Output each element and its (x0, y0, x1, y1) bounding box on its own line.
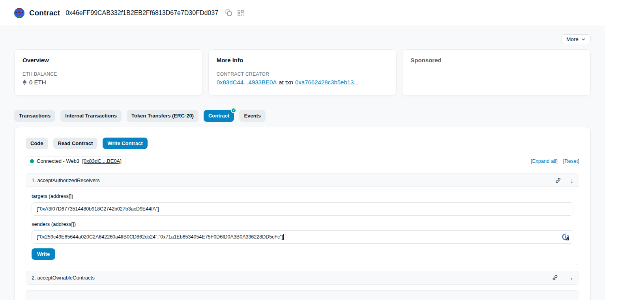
info-cards: Overview ETH BALANCE 0 ETH More Info CON… (14, 49, 591, 96)
tab-contract-label: Contract (208, 113, 229, 119)
connected-address-link[interactable]: [0x83dC....BE0A] (82, 158, 122, 164)
more-button-label: More (566, 36, 578, 42)
function-header[interactable]: 1. acceptAuthorizedReceivers ↓ (26, 174, 579, 187)
expand-all-link[interactable]: [Expand all] (531, 158, 558, 164)
wallet-status-pill: Connected - Web3 [0x83dC....BE0A] (26, 156, 126, 166)
function-name: 2. acceptOwnableContracts (32, 275, 95, 281)
tab-internal-transactions[interactable]: Internal Transactions (60, 110, 122, 122)
sponsored-card-title: Sponsored (410, 57, 582, 63)
password-manager-icon[interactable] (562, 233, 570, 242)
page: Contract 0x46eFF99CAB332f1B2EB2Ff6813D67… (0, 0, 605, 300)
eth-balance-value: 0 ETH (29, 79, 46, 86)
tab-contract[interactable]: Contract ✓ (204, 110, 234, 122)
function-name: 1. acceptAuthorizedReceivers (32, 177, 100, 183)
qr-code-button[interactable] (238, 10, 244, 16)
subtab-read-contract[interactable]: Read Contract (53, 138, 98, 149)
page-title: Contract (29, 9, 60, 17)
function-item-acceptAuthorizedReceivers: 1. acceptAuthorizedReceivers ↓ targets (… (26, 173, 579, 265)
creator-address-link[interactable]: 0x83dC44...4933BE0A (217, 79, 277, 86)
function-item-partial[interactable] (26, 290, 579, 300)
subtab-write-contract[interactable]: Write Contract (103, 138, 147, 149)
contract-subtabs: Code Read Contract Write Contract (26, 138, 579, 149)
function-body: targets (address[]) ["0xA3f07D6773514480… (26, 187, 579, 265)
tab-events[interactable]: Events (239, 110, 266, 122)
sponsored-card: Sponsored (402, 49, 591, 96)
connected-status-text: Connected - Web3 (37, 158, 79, 164)
contract-creator-label: CONTRACT CREATOR (217, 71, 389, 77)
function-item-acceptOwnableContracts: 2. acceptOwnableContracts → (26, 271, 579, 285)
function-header[interactable]: 2. acceptOwnableContracts → (26, 271, 579, 284)
permalink-icon[interactable] (552, 275, 558, 281)
expand-arrow-icon: → (567, 275, 573, 281)
reset-link[interactable]: [Reset] (563, 158, 579, 164)
contract-header: Contract 0x46eFF99CAB332f1B2EB2Ff6813D67… (0, 0, 605, 26)
more-info-card: More Info CONTRACT CREATOR 0x83dC44...49… (208, 49, 397, 96)
connect-row: Connected - Web3 [0x83dC....BE0A] [Expan… (26, 156, 579, 166)
copy-icon (225, 9, 232, 16)
toolbar-row: More (14, 26, 591, 49)
eth-icon (22, 79, 27, 86)
creator-connector-text: at txn (279, 79, 293, 86)
tab-token-transfers[interactable]: Token Transfers (ERC-20) (127, 110, 198, 122)
targets-input-value: ["0xA3f07D6773514480b918C2742b027b3acD9E… (37, 206, 159, 212)
write-button[interactable]: Write (32, 248, 55, 260)
senders-input-value: ["0x259c49E65644a020C2A642260a4ffB0CD862… (37, 234, 283, 240)
more-button[interactable]: More (561, 34, 591, 44)
overview-card: Overview ETH BALANCE 0 ETH (14, 49, 203, 96)
copy-address-button[interactable] (225, 9, 232, 16)
overview-card-title: Overview (22, 57, 195, 63)
text-cursor (283, 234, 284, 240)
verified-check-icon: ✓ (231, 108, 236, 113)
senders-field-label: senders (address[]) (32, 221, 573, 227)
tab-transactions[interactable]: Transactions (14, 110, 55, 122)
chevron-down-icon (581, 37, 586, 41)
targets-field-label: targets (address[]) (32, 193, 573, 199)
contract-panel: Code Read Contract Write Contract Connec… (14, 127, 591, 300)
connected-dot-icon (30, 159, 34, 163)
senders-input[interactable]: ["0x259c49E65644a020C2A642260a4ffB0CD862… (32, 230, 573, 244)
eth-balance-label: ETH BALANCE (22, 71, 195, 77)
more-info-card-title: More Info (217, 57, 389, 63)
contract-address: 0x46eFF99CAB332f1B2EB2Ff6813D67e7D30FDd0… (66, 9, 218, 17)
subtab-code[interactable]: Code (26, 138, 48, 149)
creation-txn-link[interactable]: 0xa7662428c3b5eb13... (295, 79, 359, 86)
collapse-arrow-icon: ↓ (571, 177, 574, 183)
permalink-icon[interactable] (555, 177, 561, 183)
contract-avatar (14, 8, 24, 18)
targets-input[interactable]: ["0xA3f07D6773514480b918C2742b027b3acD9E… (32, 202, 573, 216)
qr-code-icon (238, 10, 244, 16)
main-tabs: Transactions Internal Transactions Token… (14, 110, 591, 122)
